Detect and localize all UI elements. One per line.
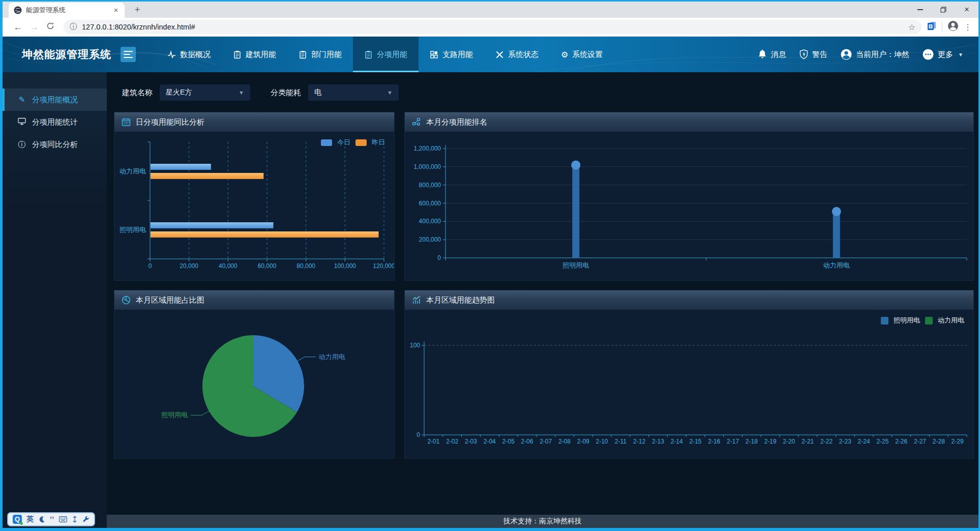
panel-area-pie: 本月区域用能占比图 动力用电照明用电 [114, 290, 395, 459]
building-name-label: 建筑名称 [122, 88, 153, 98]
panel-header: 日分项用能同比分析 [114, 112, 394, 132]
svg-text:40,000: 40,000 [219, 262, 237, 270]
back-icon[interactable]: ← [10, 22, 26, 33]
panel-title: 日分项用能同比分析 [136, 117, 204, 127]
svg-text:2-26: 2-26 [895, 438, 907, 445]
svg-text:照明用电: 照明用电 [120, 226, 146, 233]
svg-text:2-22: 2-22 [820, 438, 833, 445]
handwriting-icon[interactable] [72, 516, 78, 523]
svg-text:400,000: 400,000 [419, 218, 441, 225]
grid-icon [430, 50, 438, 59]
alerts-button[interactable]: 警告 [799, 49, 827, 60]
browser-menu-icon[interactable]: ⋮ [964, 22, 972, 32]
svg-text:2-09: 2-09 [577, 438, 589, 445]
legend-swatch-today [321, 139, 332, 146]
tab-strip: 能源管理系统 × + × [3, 2, 978, 18]
panel-daily-yoy-bar: 日分项用能同比分析 今日 昨日 020,00040,00060,00080,00… [114, 112, 395, 281]
header-right: 消息 警告 当前用户：坤然 更多 ▼ [758, 37, 978, 72]
url-bar: ← → ⓘ 127.0.0.1:8020/krznnh/index.html# … [3, 18, 978, 37]
calendar-icon [122, 117, 131, 127]
nav-item-department-energy[interactable]: 部门用能 [287, 37, 353, 72]
shield-bolt-icon [799, 49, 808, 60]
svg-text:照明用电: 照明用电 [562, 261, 589, 269]
svg-text:动力用电: 动力用电 [823, 261, 850, 269]
area-pie-chart: 动力用电照明用电 [114, 310, 394, 458]
monitor-icon [17, 117, 27, 127]
browser-window: 能源管理系统 × + × ← → ⓘ 127.0.0.1:8020/krznnh… [0, 0, 980, 531]
nav-item-subentry-energy[interactable]: 分项用能 [353, 37, 419, 72]
hamburger-menu-icon[interactable] [121, 47, 136, 62]
nav-item-system-settings[interactable]: ⚙ 系统设置 [550, 37, 614, 72]
wrench-icon[interactable] [82, 516, 90, 523]
tab-title: 能源管理系统 [26, 6, 111, 15]
chart-legend[interactable]: 今日 昨日 [321, 138, 385, 147]
tab-close-icon[interactable]: × [111, 6, 121, 15]
forward-icon[interactable]: → [26, 22, 42, 33]
new-tab-button[interactable]: + [131, 4, 144, 15]
window-restore-button[interactable] [932, 2, 955, 18]
page-info-icon[interactable]: ⓘ [70, 22, 77, 32]
ime-toolbar[interactable]: Q 英 ’’ [7, 512, 95, 526]
refresh-icon[interactable] [42, 22, 58, 33]
svg-text:800,000: 800,000 [419, 182, 441, 189]
svg-text:动力用电: 动力用电 [120, 167, 146, 175]
messages-button[interactable]: 消息 [758, 49, 786, 60]
nav-item-system-status[interactable]: 系统状态 [484, 37, 550, 72]
hbar-chart-canvas: 020,00040,00060,00080,000100,000120,000动… [114, 132, 394, 280]
keyboard-icon[interactable] [59, 516, 67, 522]
nav-item-data-overview[interactable]: 数据概况 [156, 37, 222, 72]
svg-text:120,000: 120,000 [373, 262, 394, 270]
url-text[interactable]: 127.0.0.1:8020/krznnh/index.html# [82, 23, 908, 31]
punctuation-icon[interactable]: ’’ [50, 515, 54, 523]
extension-icon[interactable] [927, 21, 937, 33]
svg-text:1,000,000: 1,000,000 [414, 163, 441, 170]
svg-text:2-25: 2-25 [876, 438, 888, 445]
energy-select[interactable]: 电 ▼ [308, 84, 399, 101]
bell-icon [758, 49, 767, 60]
user-avatar-icon [841, 49, 852, 60]
footer-text: 技术支持：南京坤然科技 [503, 517, 582, 526]
chart-legend[interactable]: 照明用电 动力用电 [881, 316, 964, 325]
app-brand: 坤然能源管理系统 [22, 47, 111, 62]
bookmark-star-icon[interactable]: ☆ [908, 22, 915, 32]
panel-grid: 日分项用能同比分析 今日 昨日 020,00040,00060,00080,00… [114, 112, 978, 459]
chevron-down-icon: ▼ [387, 90, 393, 96]
svg-text:2-10: 2-10 [596, 438, 608, 445]
svg-text:2-01: 2-01 [427, 438, 439, 445]
current-user[interactable]: 当前用户：坤然 [841, 49, 909, 60]
browser-tab[interactable]: 能源管理系统 × [9, 3, 125, 18]
ime-logo-icon[interactable]: Q [13, 515, 22, 524]
filter-bar: 建筑名称 星火E方 ▼ 分类能耗 电 ▼ [122, 84, 978, 101]
trend-icon [412, 296, 421, 305]
area-trend-chart: 照明用电 动力用电 10002-012-022-032-042-052-062-… [405, 310, 973, 458]
building-select[interactable]: 星火E方 ▼ [160, 84, 250, 101]
ranking-chart: 0200,000400,000600,000800,0001,000,0001,… [405, 132, 973, 280]
profile-avatar-icon[interactable] [947, 20, 959, 34]
pie-icon [122, 296, 131, 305]
chevron-down-icon: ▼ [239, 90, 244, 96]
window-close-button[interactable]: × [955, 2, 978, 18]
svg-text:2-29: 2-29 [952, 438, 964, 445]
svg-text:2-27: 2-27 [914, 438, 926, 445]
vbar-chart-canvas: 0200,000400,000600,000800,0001,000,0001,… [405, 132, 973, 280]
panel-header: 本月区域用能占比图 [114, 290, 394, 310]
nav-item-building-energy[interactable]: 建筑用能 [222, 37, 287, 72]
clipboard-icon [299, 50, 307, 59]
svg-text:20,000: 20,000 [180, 262, 198, 270]
svg-text:2-15: 2-15 [689, 438, 701, 445]
more-button[interactable]: 更多 ▼ [923, 49, 963, 60]
sidebar-item-subentry-yoy-analysis[interactable]: ⓘ 分项同比分析 [3, 133, 107, 156]
window-minimize-button[interactable] [908, 2, 932, 18]
sidebar-item-subentry-overview[interactable]: ✎ 分项用能概况 [3, 88, 107, 111]
moon-icon[interactable] [38, 516, 45, 523]
sidebar-item-subentry-statistics[interactable]: 分项用能统计 [3, 111, 107, 133]
panel-title: 本月区域用能趋势图 [426, 296, 495, 305]
svg-text:80,000: 80,000 [296, 262, 315, 270]
nav-item-branch-energy[interactable]: 支路用能 [419, 37, 484, 72]
ime-lang-toggle[interactable]: 英 [26, 515, 34, 524]
address-input[interactable]: ⓘ 127.0.0.1:8020/krznnh/index.html# ☆ [64, 20, 922, 34]
svg-text:0: 0 [417, 431, 420, 438]
svg-text:2-14: 2-14 [671, 438, 683, 445]
pulse-icon [167, 50, 176, 59]
svg-text:照明用电: 照明用电 [161, 411, 188, 419]
